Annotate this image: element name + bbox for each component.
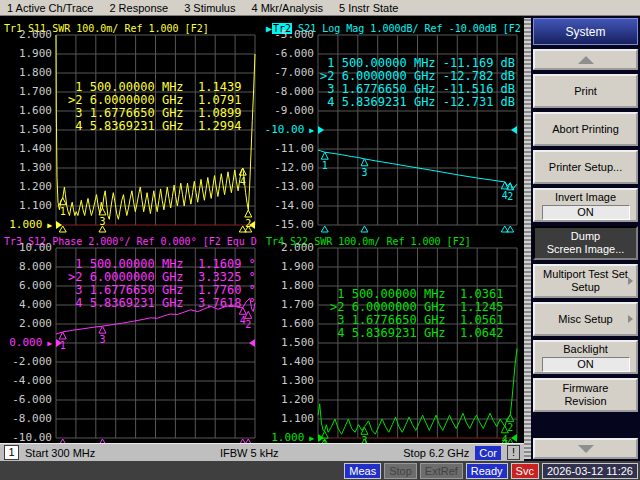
trace4-plot: 1234 1 500.00000 MHz 1.0361 >2 6.0000000… [318, 248, 517, 438]
trace3-plot: 1234 1 500.00000 MHz 1.1609 ° >2 6.00000… [56, 248, 255, 438]
svg-text:1: 1 [60, 340, 66, 351]
menubar: 1 Active Ch/Trace 2 Response 3 Stimulus … [0, 0, 640, 16]
svg-text:4: 4 [240, 315, 246, 326]
status-ready: Ready [466, 463, 508, 479]
stop-frequency: Stop 6.2 GHz [403, 447, 469, 459]
graticule-area: Tr1 S11 SWR 100.0m/ Ref 1.000 [F2] 2.000… [0, 16, 524, 443]
instrument-status-bar: Meas Stop ExtRef Ready Svc 2026-03-12 11… [0, 461, 640, 480]
status-meas: Meas [344, 463, 381, 479]
svg-text:3: 3 [361, 167, 367, 178]
menu-button-print[interactable]: Print [533, 74, 638, 108]
menu-scrollbar[interactable] [524, 18, 531, 459]
invert-image-on-indicator: ON [542, 205, 630, 220]
trace2-marker-table: 1 500.00000 MHz -11.169 dB >2 6.0000000 … [320, 57, 515, 109]
trace1-plot: 1234 1 500.00000 MHz 1.1439 >2 6.0000000… [56, 35, 255, 225]
status-datetime: 2026-03-12 11:26 [542, 463, 638, 479]
trace1-quadrant: Tr1 S11 SWR 100.0m/ Ref 1.000 [F2] 2.000… [0, 16, 262, 229]
svg-text:2: 2 [245, 218, 251, 229]
trace4-marker-table: 1 500.00000 MHz 1.0361 >2 6.0000000 GHz … [330, 288, 503, 340]
menubar-item-mkr-analysis[interactable]: 4 Mkr/Analysis [251, 2, 323, 14]
trace2-plot: 1234 1 500.00000 MHz -11.169 dB >2 6.000… [318, 35, 517, 225]
channel-status-bar: 1 Start 300 MHz IFBW 5 kHz Stop 6.2 GHz … [0, 443, 524, 461]
trace1-marker-table: 1 500.00000 MHz 1.1439 >2 6.0000000 GHz … [68, 81, 241, 133]
ifbw-value: IFBW 5 kHz [220, 447, 279, 459]
svg-text:1: 1 [60, 206, 66, 217]
down-arrow-icon [578, 445, 594, 453]
channel-number: 1 [4, 445, 19, 460]
menu-header: System [533, 18, 638, 45]
trace2-y-axis-labels: -5.000-6.000-7.000-8.000-9.000-10.00 ▶-1… [262, 35, 318, 225]
status-stop: Stop [384, 463, 417, 479]
menu-button-firmware-revision[interactable]: Firmware Revision [533, 378, 638, 412]
menu-button-abort-printing[interactable]: Abort Printing [533, 112, 638, 146]
menubar-item-active-ch-trace[interactable]: 1 Active Ch/Trace [7, 2, 93, 14]
svg-text:4: 4 [240, 176, 246, 187]
menu-button-invert-image[interactable]: Invert Image ON [533, 188, 638, 222]
status-svc: Svc [511, 463, 539, 479]
svg-text:4: 4 [502, 190, 508, 201]
backlight-on-indicator: ON [542, 357, 630, 372]
vna-screen: 1 Active Ch/Trace 2 Response 3 Stimulus … [0, 0, 640, 480]
svg-text:1: 1 [322, 160, 328, 171]
trace3-quadrant: Tr3 S12 Phase 2.000°/ Ref 0.000° [F2 Equ… [0, 229, 262, 442]
menubar-item-response[interactable]: 2 Response [109, 2, 168, 14]
svg-text:2: 2 [507, 191, 513, 202]
status-extref: ExtRef [420, 463, 463, 479]
menu-button-multiport-test-set-setup[interactable]: Multiport Test Set Setup [533, 264, 638, 298]
menu-button-dump-screen-image[interactable]: Dump Screen Image... [533, 226, 638, 260]
trace3-marker-table: 1 500.00000 MHz 1.1609 ° >2 6.0000000 GH… [68, 258, 256, 310]
menubar-item-instr-state[interactable]: 5 Instr State [339, 2, 398, 14]
menu-scroll-up-button[interactable] [533, 49, 638, 70]
menu-button-misc-setup[interactable]: Misc Setup [533, 302, 638, 336]
svg-text:3: 3 [99, 334, 105, 345]
menu-button-printer-setup[interactable]: Printer Setup... [533, 150, 638, 184]
trace3-y-axis-labels: 10.008.0006.0004.0002.0000.000 ▶-2.000-4… [0, 248, 56, 438]
trace4-y-axis-labels: 2.0001.9001.8001.7001.6001.5001.4001.300… [262, 248, 318, 438]
submenu-arrow-icon [628, 315, 633, 323]
svg-text:2: 2 [245, 319, 251, 330]
trace2-quadrant: ▶Tr2 S21 Log Mag 1.000dB/ Ref -10.00dB [… [262, 16, 524, 229]
warning-badge: ! [507, 445, 520, 460]
trace1-y-axis-labels: 2.0001.9001.8001.7001.6001.5001.4001.300… [0, 35, 56, 225]
correction-badge: Cor [475, 446, 501, 460]
start-frequency: Start 300 MHz [25, 447, 95, 459]
up-arrow-icon [578, 56, 594, 64]
trace4-quadrant: Tr4 S22 SWR 100.0m/ Ref 1.000 [F2] 2.000… [262, 229, 524, 442]
softkey-menu: System Print Abort Printing Printer Setu… [524, 16, 640, 461]
submenu-arrow-icon [628, 277, 633, 285]
menu-button-backlight[interactable]: Backlight ON [533, 340, 638, 374]
trace4-plot-svg: 1234 [318, 248, 517, 438]
menubar-item-stimulus[interactable]: 3 Stimulus [184, 2, 235, 14]
menu-scroll-down-button[interactable] [533, 438, 638, 459]
